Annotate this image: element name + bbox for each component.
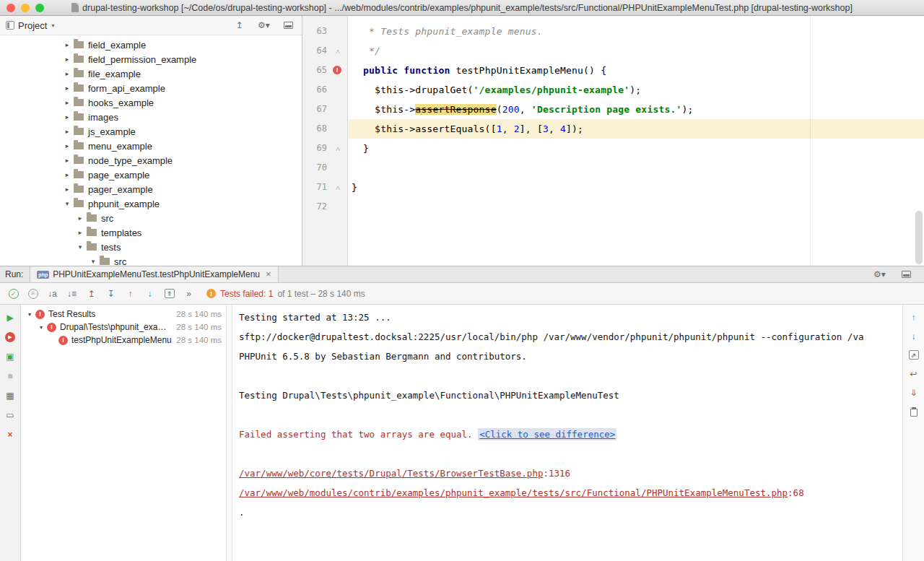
chevron-expanded-icon[interactable]: ▾ — [25, 311, 34, 318]
run-panel-label: Run: — [5, 269, 23, 279]
gutter-marker-area: ˄ — [327, 178, 349, 197]
soft-wrap-button[interactable]: ↩ — [907, 368, 920, 380]
console-output[interactable]: Testing started at 13:25 ...sftp://docke… — [232, 305, 902, 561]
editor-line-63[interactable]: 63 * Tests phpunit_example menus. — [302, 22, 924, 41]
project-item-node-type-example[interactable]: ▸node_type_example — [0, 153, 302, 168]
project-item-hooks-example[interactable]: ▸hooks_example — [0, 95, 302, 110]
project-item-page-example[interactable]: ▸page_example — [0, 168, 302, 182]
project-item-src[interactable]: ▾src — [0, 254, 302, 266]
fold-marker-icon[interactable]: ˄ — [336, 183, 340, 193]
more-actions-chevron[interactable]: » — [181, 287, 196, 301]
chevron-expanded-icon[interactable]: ▾ — [62, 200, 72, 207]
fold-marker-icon[interactable]: ˄ — [336, 144, 340, 154]
project-item-form-api-example[interactable]: ▸form_api_example — [0, 81, 302, 95]
sort-alphabetically-button[interactable]: ↓a — [45, 287, 60, 301]
expand-all-button[interactable]: ↥ — [84, 287, 99, 301]
editor-line-65[interactable]: 65! public function testPhpUnitExampleMe… — [302, 61, 924, 80]
test-history-button[interactable]: ⇑ — [162, 287, 177, 301]
test-tree-scrollbar[interactable] — [226, 305, 232, 561]
down-stack-trace-button[interactable]: ↓ — [907, 330, 920, 342]
toggle-auto-test-button[interactable]: ▣ — [4, 350, 17, 362]
up-stack-trace-button[interactable]: ↑ — [907, 311, 920, 323]
project-item-file-example[interactable]: ▸file_example — [0, 66, 302, 81]
collapse-all-button[interactable]: ↥ — [232, 18, 247, 32]
chevron-collapsed-icon[interactable]: ▸ — [62, 70, 72, 77]
project-panel-title: Project — [18, 20, 47, 31]
chevron-collapsed-icon[interactable]: ▸ — [62, 157, 72, 164]
test-failed-gutter-icon[interactable]: ! — [333, 66, 341, 74]
file-link[interactable]: /var/www/web/core/tests/Drupal/Tests/Bro… — [239, 468, 543, 479]
restore-layout-button[interactable]: ▦ — [4, 389, 17, 401]
close-button[interactable]: × — [4, 428, 17, 440]
tests-failed-icon: ! — [206, 289, 216, 298]
chevron-collapsed-icon[interactable]: ▸ — [75, 214, 85, 222]
document-icon — [71, 3, 79, 12]
project-item-field-example[interactable]: ▸field_example — [0, 38, 302, 52]
editor-scrollbar-thumb[interactable] — [915, 211, 923, 264]
chevron-expanded-icon[interactable]: ▾ — [37, 324, 45, 331]
project-item-src[interactable]: ▸src — [0, 211, 302, 225]
chevron-collapsed-icon[interactable]: ▸ — [62, 186, 72, 193]
project-item-pager-example[interactable]: ▸pager_example — [0, 182, 302, 196]
chevron-collapsed-icon[interactable]: ▸ — [62, 84, 72, 92]
editor-line-68[interactable]: 68 $this->assertEquals([1, 2], [3, 4]); — [302, 119, 924, 139]
close-window-button[interactable] — [6, 4, 15, 12]
test-status: ! Tests failed: 1 of 1 test – 28 s 140 m… — [206, 289, 365, 299]
next-failed-test-button[interactable]: ↓ — [142, 287, 157, 301]
hide-panel-button[interactable] — [899, 267, 914, 282]
editor-line-67[interactable]: 67 $this->assertResponse(200, 'Descripti… — [302, 100, 924, 119]
diff-link[interactable]: <Click to see difference> — [478, 428, 616, 440]
previous-failed-test-button[interactable]: ↑ — [123, 287, 138, 301]
hide-panel-button[interactable] — [281, 18, 296, 32]
editor-scrollbar[interactable] — [914, 16, 924, 266]
scroll-to-end-button[interactable]: ⇓ — [907, 386, 920, 399]
editor-line-66[interactable]: 66 $this->drupalGet('/examples/phpunit-e… — [302, 80, 924, 100]
fold-marker-icon[interactable]: ˄ — [336, 47, 340, 56]
settings-gear-button[interactable]: ⚙▾ — [256, 18, 271, 32]
jump-to-source-button[interactable]: ⇗ — [907, 349, 920, 361]
run-tab[interactable]: php PHPUnitExampleMenuTest.testPhpUnitEx… — [30, 266, 278, 282]
rerun-failed-tests-button[interactable]: ▶ — [4, 331, 17, 343]
editor-panel[interactable]: 63 * Tests phpunit_example menus.64˄ */6… — [302, 16, 924, 266]
test-node-testphpunitexamplemenu[interactable]: !testPhpUnitExampleMenu28 s 140 ms — [21, 334, 226, 347]
chevron-expanded-icon[interactable]: ▾ — [75, 243, 85, 251]
hide-passed-button[interactable]: ✓ — [6, 287, 21, 301]
project-view-selector[interactable]: Project ▾ — [6, 20, 54, 31]
chevron-collapsed-icon[interactable]: ▸ — [62, 142, 72, 149]
project-item-images[interactable]: ▸images — [0, 110, 302, 124]
project-item-menu-example[interactable]: ▸menu_example — [0, 139, 302, 153]
pin-tab-button[interactable]: ▭ — [4, 409, 17, 421]
show-ignored-button[interactable]: ≡ — [25, 287, 40, 301]
test-node-drupal-tests-phpunit-example-functional-phpunitexamplemenutest[interactable]: ▾!Drupal\Tests\phpunit_example\Functiona… — [21, 321, 226, 334]
chevron-collapsed-icon[interactable]: ▸ — [62, 171, 72, 178]
rerun-button[interactable]: ▶ — [4, 311, 17, 323]
editor-line-72[interactable]: 72 — [302, 197, 924, 217]
editor-line-70[interactable]: 70 — [302, 158, 924, 178]
editor-line-64[interactable]: 64˄ */ — [302, 41, 924, 61]
chevron-collapsed-icon[interactable]: ▸ — [62, 99, 72, 106]
chevron-collapsed-icon[interactable]: ▸ — [62, 113, 72, 121]
stop-button[interactable]: ■ — [4, 370, 17, 382]
project-item-field-permission-example[interactable]: ▸field_permission_example — [0, 52, 302, 66]
sort-by-duration-button[interactable]: ↓≡ — [64, 287, 79, 301]
chevron-collapsed-icon[interactable]: ▸ — [62, 41, 72, 48]
run-tab-title: PHPUnitExampleMenuTest.testPhpUnitExampl… — [53, 269, 260, 279]
close-tab-icon[interactable]: × — [266, 271, 271, 278]
editor-line-71[interactable]: 71˄} — [302, 178, 924, 197]
settings-gear-button[interactable]: ⚙▾ — [872, 267, 887, 282]
test-node-test-results[interactable]: ▾!Test Results28 s 140 ms — [21, 308, 226, 321]
project-item-tests[interactable]: ▾tests — [0, 240, 302, 254]
project-item-phpunit-example[interactable]: ▾phpunit_example — [0, 196, 302, 211]
clear-all-button[interactable] — [907, 405, 920, 417]
editor-line-69[interactable]: 69˄ } — [302, 139, 924, 158]
chevron-collapsed-icon[interactable]: ▸ — [62, 128, 72, 135]
project-item-js-example[interactable]: ▸js_example — [0, 124, 302, 139]
chevron-expanded-icon[interactable]: ▾ — [88, 258, 98, 265]
minimize-window-button[interactable] — [21, 4, 30, 12]
file-link[interactable]: /var/www/web/modules/contrib/examples/ph… — [239, 487, 788, 498]
project-item-templates[interactable]: ▸templates — [0, 225, 302, 240]
collapse-all-button[interactable]: ↧ — [103, 287, 118, 301]
zoom-window-button[interactable] — [35, 4, 44, 12]
chevron-collapsed-icon[interactable]: ▸ — [75, 229, 85, 236]
chevron-collapsed-icon[interactable]: ▸ — [62, 56, 72, 63]
